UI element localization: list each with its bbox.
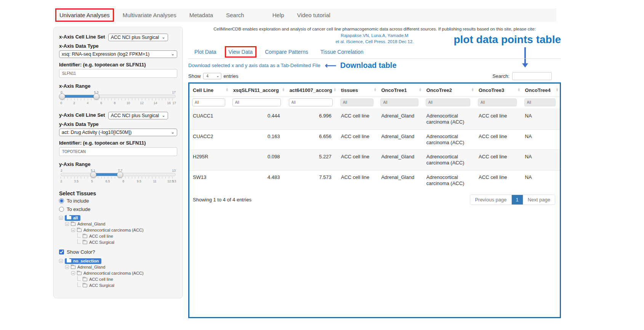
tree-node-acc-surgical[interactable]: ACC Surgical [59, 282, 177, 288]
sort-icon[interactable]: ▲▼ [419, 88, 422, 92]
to-include-radio[interactable] [59, 198, 64, 203]
x-tick: 17 [172, 101, 176, 105]
cellminercdb-page: Univariate Analyses Multivariate Analyse… [0, 0, 644, 330]
oncotree4-cell: NA [522, 109, 560, 130]
nav-item-univariate-analyses[interactable]: Univariate Analyses [59, 12, 110, 18]
tab-plot-data[interactable]: Plot Data [194, 49, 216, 55]
x-identifier-input[interactable] [59, 69, 177, 78]
y-axis-data-type-select[interactable]: act: Drug Activity (-log10[IC50M]) [59, 129, 177, 136]
top-navbar: Univariate Analyses Multivariate Analyse… [53, 8, 556, 22]
sort-icon[interactable]: ▲▼ [226, 88, 229, 92]
y-range-min-value: 2 [61, 169, 62, 172]
download-tab-delimited-link[interactable]: Download selected x and y axis data as a… [188, 63, 320, 68]
column-header-xsqslfn11[interactable]: xsqSLFN11_accorg▲▼ [230, 84, 286, 97]
xsq-value-cell: 4.483 [230, 170, 286, 190]
search-label: Search: [492, 73, 509, 79]
y-axis-cell-line-set-selectwrap: ACC NCI plus Surgical [108, 112, 168, 119]
collapse-icon[interactable] [65, 265, 69, 269]
showing-entries-text: Showing 1 to 4 of 4 entries [193, 197, 252, 203]
show-label: Show [188, 73, 201, 79]
previous-page-button[interactable]: Previous page [470, 195, 511, 204]
table-search-input[interactable] [512, 72, 552, 80]
filter-input-xsqslfn11[interactable] [232, 98, 281, 106]
tree-node-adrenal-gland[interactable]: Adrenal_Gland [59, 221, 177, 227]
y-identifier-input[interactable] [59, 147, 177, 156]
nav-item-search[interactable]: Search [226, 12, 244, 18]
page-number-button[interactable]: 1 [511, 195, 523, 204]
sort-icon[interactable]: ▲▼ [374, 88, 377, 92]
to-exclude-radio[interactable] [59, 207, 64, 212]
tab-view-data[interactable]: View Data [229, 49, 253, 55]
x-tick: 6 [100, 101, 102, 105]
x-axis-data-type-select[interactable]: xsq: RNA-seq Expression (log2 FPKM+1) [59, 50, 177, 58]
table-controls-row: Show 4 entries Search: [188, 71, 561, 81]
x-range-fill [61, 95, 96, 98]
tab-compare-patterns[interactable]: Compare Patterns [265, 49, 308, 55]
tree-node-acc-surgical[interactable]: ACC Surgical [59, 239, 177, 245]
cell-line-cell: CUACC2 [189, 129, 230, 150]
tree-node-acc-cell-line[interactable]: ACC cell line [59, 233, 177, 239]
column-header-oncotree1[interactable]: OncoTree1▲▼ [378, 84, 423, 97]
filter-input-act641007[interactable] [289, 98, 333, 106]
y-axis-range-label: y-Axis Range [59, 161, 177, 167]
column-header-act641007[interactable]: act641007_accorg▲▼ [286, 84, 338, 97]
oncotree1-cell: Adrenal_Gland [378, 150, 423, 171]
table-row-cuacc2: CUACC2 0.163 6.656 ACC cell line Adrenal… [189, 129, 560, 150]
x-tick: 16 [167, 101, 171, 105]
sort-icon[interactable]: ▲▼ [556, 88, 559, 92]
collapse-icon[interactable] [59, 259, 63, 263]
column-header-oncotree2[interactable]: OncoTree2▲▼ [423, 84, 475, 97]
column-header-oncotree4[interactable]: OncoTree4▲▼ [522, 84, 560, 97]
collapse-icon[interactable] [71, 228, 75, 232]
tree-node-acc[interactable]: Adrenocortical carcinoma (ACC) [59, 270, 177, 276]
sort-icon[interactable]: ▲▼ [333, 88, 336, 92]
collapse-icon[interactable] [65, 222, 69, 226]
tree-node-acc[interactable]: Adrenocortical carcinoma (ACC) [59, 227, 177, 233]
y-axis-cell-line-set-select[interactable]: ACC NCI plus Surgical [108, 112, 168, 119]
filter-input-oncotree1[interactable] [380, 98, 418, 106]
x-axis-cell-line-set-select[interactable]: ACC NCI plus Surgical [108, 34, 168, 41]
tab-tissue-correlation[interactable]: Tissue Correlation [320, 49, 364, 55]
select-tissues-label: Select Tissues [59, 190, 177, 196]
download-row: Download selected x and y axis data as a… [188, 61, 561, 70]
nav-item-metadata[interactable]: Metadata [189, 12, 213, 18]
oncotree4-cell: NA [522, 170, 560, 190]
filter-input-oncotree2[interactable] [426, 98, 470, 106]
download-table-annotation: Download table [340, 61, 397, 70]
next-page-button[interactable]: Next page [523, 195, 555, 204]
x-range-grid: 0 2 4 6 8 10 12 14 16 17 [61, 98, 176, 106]
filter-input-oncotree4[interactable] [524, 98, 556, 106]
show-color-label: Show Color? [67, 249, 95, 255]
tree-node-no-selection[interactable]: no_selection [59, 258, 177, 264]
column-header-oncotree3[interactable]: OncoTree3▲▼ [475, 84, 522, 97]
y-tick: 8 [122, 179, 124, 183]
filter-input-oncotree3[interactable] [478, 98, 517, 106]
collapse-icon[interactable] [71, 271, 75, 275]
nav-item-video-tutorial[interactable]: Video tutorial [297, 12, 330, 18]
nav-item-help[interactable]: Help [272, 12, 284, 18]
filter-input-cell-line[interactable] [192, 98, 225, 106]
tree-node-acc-cell-line[interactable]: ACC cell line [59, 276, 177, 282]
sort-icon[interactable]: ▲▼ [282, 88, 285, 92]
nav-item-multivariate-analyses[interactable]: Multivariate Analyses [123, 12, 176, 18]
citation-authors-link[interactable]: Rajapakse.VN, Luna.A, Yamade.M [341, 33, 408, 38]
selected-node-chip: no_selection [65, 258, 101, 264]
citation-journal-link[interactable]: et al. iScience, Cell Press. 2018 Dec 12… [335, 39, 413, 44]
collapse-icon[interactable] [59, 216, 63, 220]
tree-node-adrenal-gland[interactable]: Adrenal_Gland [59, 264, 177, 270]
x-range-max-value: 17 [172, 90, 176, 94]
tissues-cell: ACC cell line [338, 150, 378, 171]
filter-input-tissues[interactable] [340, 98, 373, 106]
sort-icon[interactable]: ▲▼ [517, 88, 521, 92]
oncotree2-cell: Adrenocortical carcinoma (ACC) [423, 170, 475, 190]
sort-icon[interactable]: ▲▼ [471, 88, 474, 92]
tree-node-all[interactable]: all [59, 215, 177, 221]
pagination: Previous page 1 Next page [470, 195, 555, 205]
table-row-h295r: H295R 0.098 5.227 ACC cell line Adrenal_… [189, 150, 560, 171]
column-header-tissues[interactable]: tissues▲▼ [338, 84, 378, 97]
entries-per-page-select[interactable]: 4 [203, 73, 221, 79]
to-include-label: To include [67, 198, 89, 204]
show-color-checkbox[interactable] [59, 250, 64, 254]
column-header-cell-line[interactable]: Cell Line▲▼ [189, 84, 230, 97]
y-range-max-value: 13 [172, 169, 176, 172]
